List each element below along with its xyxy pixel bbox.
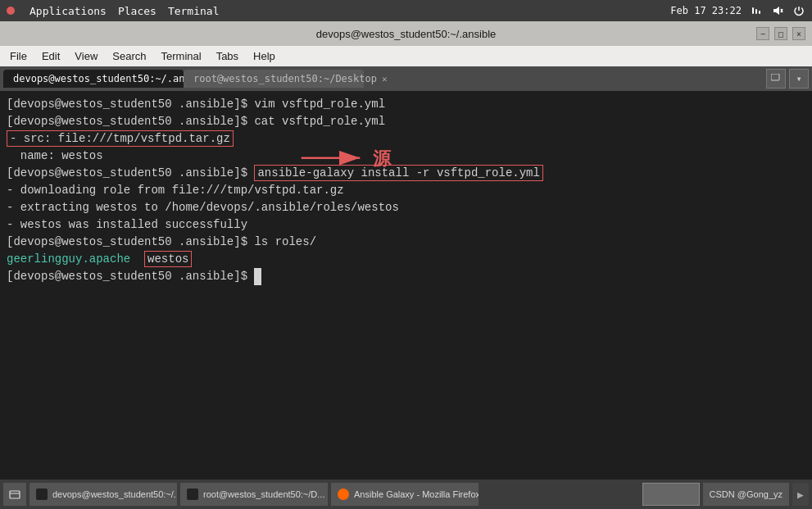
menu-view[interactable]: View xyxy=(68,48,104,64)
geerlingguy-link: geerlingguy.apache xyxy=(7,252,130,266)
taskbar-firefox[interactable]: Ansible Galaxy - Mozilla Firefox xyxy=(331,483,479,506)
system-bar: Applications Places Terminal Feb 17 23:2… xyxy=(0,0,812,21)
power-icon[interactable] xyxy=(792,4,805,17)
taskbar-terminal-1[interactable]: devops@westos_student50:~/.. xyxy=(29,483,177,506)
taskbar-input-box[interactable] xyxy=(642,483,700,506)
terminal-line-8: - westos was installed successfully xyxy=(7,216,805,234)
terminal-line-2: [devops@westos_student50 .ansible]$ cat … xyxy=(7,113,805,130)
svg-rect-10 xyxy=(10,491,20,498)
terminal-line-9: [devops@westos_student50 .ansible]$ ls r… xyxy=(7,234,805,251)
taskbar-terminal-2[interactable]: root@westos_student50:~/D... xyxy=(180,483,328,506)
svg-rect-2 xyxy=(759,11,760,14)
terminal-line-5: [devops@westos_student50 .ansible]$ ansi… xyxy=(7,165,805,182)
svg-rect-0 xyxy=(752,7,754,14)
terminal-line-3: - src: file:///tmp/vsftpd.tar.gz xyxy=(7,130,805,148)
network-icon xyxy=(750,4,763,17)
terminal-window: devops@westos_student50:~/.ansible − □ ×… xyxy=(0,21,812,479)
ansible-cmd-highlight: ansible-galaxy install -r vsftpd_role.ym… xyxy=(254,165,542,181)
places-menu[interactable]: Places xyxy=(118,5,157,17)
system-bar-left: Applications Places Terminal xyxy=(7,5,220,17)
svg-marker-3 xyxy=(773,7,779,15)
close-button[interactable]: × xyxy=(792,27,805,40)
system-bar-right: Feb 17 23:22 xyxy=(670,4,805,17)
terminal-line-11: [devops@westos_student50 .ansible]$ xyxy=(7,268,805,285)
taskbar-firefox-label: Ansible Galaxy - Mozilla Firefox xyxy=(354,489,479,499)
tab-active[interactable]: devops@westos_student50:~/.ansible ✕ xyxy=(3,70,184,88)
terminal-wrapper: [devops@westos_student50 .ansible]$ vim … xyxy=(0,91,812,479)
tab-label-inactive: root@westos_student50:~/Desktop xyxy=(193,73,377,84)
tab-inactive[interactable]: root@westos_student50:~/Desktop ✕ xyxy=(184,70,364,88)
terminal-line-4: name: westos xyxy=(7,148,805,165)
tab-bar: devops@westos_student50:~/.ansible ✕ roo… xyxy=(0,66,812,91)
taskbar-right-label: CSDN @Gong_yz xyxy=(703,483,789,506)
taskbar: devops@westos_student50:~/.. root@westos… xyxy=(0,479,812,509)
menu-edit[interactable]: Edit xyxy=(35,48,66,64)
menu-tabs[interactable]: Tabs xyxy=(210,48,245,64)
taskbar-firefox-icon xyxy=(338,489,349,500)
red-dot-icon xyxy=(7,7,15,15)
terminal-menu[interactable]: Terminal xyxy=(168,5,220,17)
new-tab-button[interactable] xyxy=(766,69,786,89)
taskbar-terminal-2-label: root@westos_student50:~/D... xyxy=(203,489,324,499)
svg-rect-1 xyxy=(755,9,757,14)
src-line-highlight: - src: file:///tmp/vsftpd.tar.gz xyxy=(7,130,234,147)
terminal-line-7: - extracting westos to /home/devops/.ans… xyxy=(7,199,805,216)
menu-terminal[interactable]: Terminal xyxy=(155,48,208,64)
menu-help[interactable]: Help xyxy=(247,48,282,64)
taskbar-right-text: CSDN @Gong_yz xyxy=(710,489,783,499)
datetime-display: Feb 17 23:22 xyxy=(670,5,742,16)
westos-highlight: westos xyxy=(144,251,192,267)
tab-bar-right: ▾ xyxy=(766,69,809,89)
minimize-button[interactable]: − xyxy=(756,27,769,40)
taskbar-files-icon[interactable] xyxy=(3,483,26,506)
terminal-line-10: geerlingguy.apache westos xyxy=(7,251,805,268)
maximize-button[interactable]: □ xyxy=(774,27,787,40)
menu-file[interactable]: File xyxy=(3,48,34,64)
window-title: devops@westos_student50:~/.ansible xyxy=(56,28,756,40)
applications-menu[interactable]: Applications xyxy=(29,5,107,17)
taskbar-terminal-1-icon xyxy=(36,489,48,500)
terminal-line-1: [devops@westos_student50 .ansible]$ vim … xyxy=(7,96,805,113)
tab-close-inactive[interactable]: ✕ xyxy=(382,74,388,84)
taskbar-terminal-2-icon xyxy=(187,489,198,500)
taskbar-arrow[interactable]: ▶ xyxy=(792,483,809,506)
tab-menu-button[interactable]: ▾ xyxy=(789,69,809,89)
menu-bar: File Edit View Search Terminal Tabs Help xyxy=(0,46,812,66)
volume-icon xyxy=(771,4,784,17)
menu-search[interactable]: Search xyxy=(106,48,152,64)
taskbar-terminal-1-label: devops@westos_student50:~/.. xyxy=(52,489,177,499)
title-bar: devops@westos_student50:~/.ansible − □ × xyxy=(0,21,812,46)
terminal-line-6: - downloading role from file:///tmp/vsft… xyxy=(7,182,805,199)
svg-rect-6 xyxy=(771,74,779,80)
window-controls: − □ × xyxy=(756,27,805,40)
terminal-content[interactable]: [devops@westos_student50 .ansible]$ vim … xyxy=(0,91,812,479)
